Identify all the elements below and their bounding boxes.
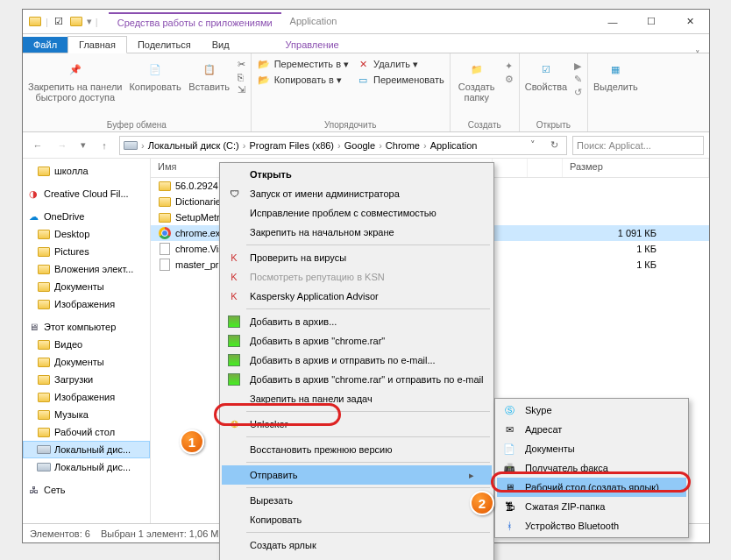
close-button[interactable]: ✕ (671, 10, 709, 34)
history-icon[interactable]: ↺ (574, 87, 582, 98)
menu-item[interactable]: KПосмотреть репутацию в KSN (222, 267, 492, 287)
menu-item[interactable]: 🛡Удалить (222, 555, 492, 560)
tree-item[interactable]: Вложения элект... (23, 260, 150, 278)
menu-item[interactable]: ⓈSkype (497, 401, 686, 420)
open-icon[interactable]: ▶ (574, 60, 582, 72)
qat-sep: | (46, 17, 48, 27)
menu-item[interactable]: Открыть (222, 165, 492, 184)
tab-home[interactable]: Главная (67, 36, 127, 53)
newfolder-button[interactable]: 📁Создать папку (456, 57, 498, 103)
tree-item[interactable]: Pictures (23, 243, 150, 260)
back-button[interactable]: ← (28, 136, 47, 155)
tree-item[interactable]: школла (23, 162, 150, 180)
copy-button[interactable]: 📄Копировать (129, 57, 181, 92)
menu-item[interactable]: 📠Получатель факса (497, 458, 686, 478)
properties-icon[interactable]: ☑ (52, 15, 66, 29)
menu-item[interactable]: Добавить в архив... (222, 312, 492, 331)
menu-item[interactable]: Вырезать (222, 491, 492, 510)
onedrive-icon: ☁ (26, 209, 40, 223)
blank-icon (225, 206, 243, 220)
menu-item[interactable]: KKaspersky Application Advisor (222, 287, 492, 306)
easyaccess-icon[interactable]: ⚙ (505, 74, 514, 85)
menu-item[interactable]: KПроверить на вирусы (222, 248, 492, 267)
menu-item[interactable]: Восстановить прежнюю версию (222, 440, 492, 459)
menu-item[interactable]: Закрепить на панели задач (222, 389, 492, 408)
menu-item[interactable]: Добавить в архив "chrome.rar" и отправит… (222, 370, 492, 389)
tree-item[interactable]: Изображения (23, 295, 150, 313)
pasteshortcut-icon[interactable]: ⇲ (238, 84, 245, 96)
moveto-button[interactable]: 📂Переместить в ▾ (257, 57, 349, 71)
file-icon (158, 242, 172, 256)
tab-share[interactable]: Поделиться (127, 37, 202, 53)
menu-item[interactable]: ✉Адресат (497, 420, 686, 439)
col-type[interactable] (528, 159, 563, 177)
cc-icon: ◑ (26, 187, 40, 201)
tree-item[interactable]: Загрузки (23, 371, 150, 388)
menu-item[interactable]: Копировать (222, 510, 492, 529)
up-button[interactable]: ↑ (95, 136, 114, 155)
tree-item[interactable]: ◑Creative Cloud Fil... (23, 185, 150, 202)
forward-button[interactable]: → (53, 136, 72, 155)
edit-icon[interactable]: ✎ (574, 74, 582, 85)
newitem-icon[interactable]: ✦ (505, 60, 514, 72)
tab-view[interactable]: Вид (202, 37, 240, 53)
menu-item[interactable]: Закрепить на начальном экране (222, 223, 492, 242)
delete-button[interactable]: ✕Удалить ▾ (356, 57, 444, 71)
menu-item[interactable]: Исправление проблем с совместимостью (222, 203, 492, 223)
col-size[interactable]: Размер (563, 159, 709, 177)
tree-item[interactable]: 🖥Этот компьютер (23, 318, 150, 336)
tree-item[interactable]: ☁OneDrive (23, 208, 150, 225)
tab-manage[interactable]: Управление (275, 37, 350, 53)
menu-item[interactable]: 🖥Рабочий стол (создать ярлык) (497, 478, 686, 497)
sendto-submenu[interactable]: ⓈSkype✉Адресат📄Документы📠Получатель факс… (494, 398, 689, 538)
rename-button[interactable]: ▭Переименовать (356, 73, 444, 87)
tree-item[interactable]: Документы (23, 278, 150, 295)
tree-item[interactable]: Документы (23, 353, 150, 371)
tree-item[interactable]: Музыка (23, 406, 150, 423)
copyto-button[interactable]: 📂Копировать в ▾ (257, 73, 349, 87)
menu-item[interactable]: 📄Документы (497, 439, 686, 458)
paste-button[interactable]: 📋Вставить (188, 57, 231, 92)
menu-item[interactable]: Добавить в архив "chrome.rar" (222, 331, 492, 351)
crumb[interactable]: Локальный диск (C:) (148, 140, 239, 151)
tab-file[interactable]: Файл (23, 37, 67, 53)
refresh-icon[interactable]: ↻ (545, 139, 563, 151)
menu-item[interactable]: Создать ярлык (222, 535, 492, 555)
addr-dropdown-icon[interactable]: ˅ (524, 139, 542, 151)
copypath-icon[interactable]: ⎘ (238, 72, 245, 82)
search-input[interactable]: Поиск: Applicat... (572, 136, 704, 155)
nav-tree[interactable]: школла◑Creative Cloud Fil...☁OneDriveDes… (23, 159, 151, 523)
menu-item[interactable]: ✪Unlocker (222, 415, 492, 434)
tree-item[interactable]: Изображения (23, 388, 150, 406)
minimize-button[interactable]: — (593, 10, 632, 34)
crumb[interactable]: Application (430, 140, 478, 151)
tree-item[interactable]: Рабочий стол (23, 423, 150, 441)
tree-item[interactable]: Desktop (23, 225, 150, 243)
crumb[interactable]: Program Files (x86) (249, 140, 334, 151)
crumb[interactable]: Chrome (386, 140, 420, 151)
desktop-icon: 🖥 (500, 480, 518, 494)
menu-item[interactable]: ᚼУстройство Bluetooth (497, 516, 686, 535)
crumb[interactable]: Google (344, 140, 375, 151)
tree-item[interactable]: Локальный дис... (23, 458, 150, 476)
collapse-ribbon-icon[interactable]: ˬ (686, 41, 709, 53)
col-date[interactable] (493, 159, 528, 177)
tree-item[interactable]: Локальный дис... (23, 441, 150, 458)
select-button[interactable]: ▦Выделить (593, 57, 638, 92)
recent-button[interactable]: ▾ (77, 136, 89, 155)
folder-icon[interactable] (69, 15, 83, 29)
breadcrumb[interactable]: › Локальный диск (C:)› Program Files (x8… (119, 136, 567, 155)
menu-item[interactable]: 🗜Сжатая ZIP-папка (497, 497, 686, 516)
context-menu[interactable]: Открыть🛡Запуск от имени администратораИс… (219, 162, 494, 560)
folder-icon (37, 245, 51, 259)
menu-item[interactable]: 🛡Запуск от имени администратора (222, 184, 492, 203)
tree-item[interactable]: Видео (23, 336, 150, 353)
properties-button[interactable]: ☑Свойства (525, 57, 567, 92)
menu-item[interactable]: Отправить▸ (222, 465, 492, 485)
maximize-button[interactable]: ☐ (632, 10, 671, 34)
tree-item[interactable]: 🖧Сеть (23, 481, 150, 499)
pin-button[interactable]: 📌Закрепить на панели быстрого доступа (28, 57, 122, 103)
cut-icon[interactable]: ✂ (238, 59, 245, 70)
qat-dropdown-icon[interactable]: ▾ (87, 16, 92, 27)
menu-item[interactable]: Добавить в архив и отправить по e-mail..… (222, 351, 492, 370)
